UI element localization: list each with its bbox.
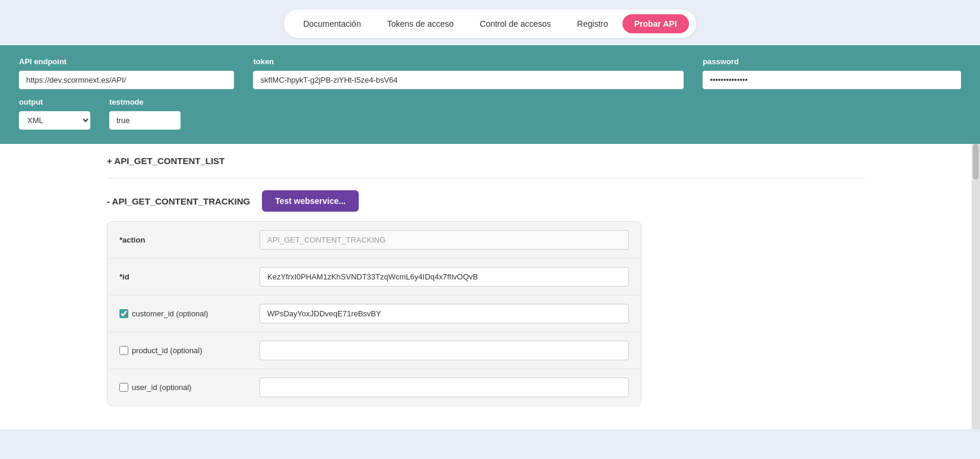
password-input[interactable]: [703, 71, 961, 89]
token-label: token: [253, 57, 684, 66]
section-list-title[interactable]: + API_GET_CONTENT_LIST: [107, 156, 865, 166]
scrollbar-thumb[interactable]: [973, 144, 979, 180]
main-content: + API_GET_CONTENT_LIST - API_GET_CONTENT…: [0, 144, 980, 429]
token-col: token: [253, 57, 684, 89]
id-input[interactable]: [260, 267, 629, 287]
nav-control[interactable]: Control de accesos: [468, 14, 563, 33]
expanded-header: - API_GET_CONTENT_TRACKING Test webservi…: [107, 190, 865, 212]
section-get-content-tracking: - API_GET_CONTENT_TRACKING Test webservi…: [107, 178, 865, 406]
scrollbar[interactable]: [972, 144, 980, 429]
endpoint-col: API endpoint: [19, 57, 234, 89]
section-get-content-list: + API_GET_CONTENT_LIST: [107, 144, 865, 178]
top-navigation: Documentación Tokens de acceso Control d…: [0, 0, 980, 45]
testmode-label: testmode: [109, 98, 181, 106]
form-row-id: *id: [108, 259, 641, 295]
product-id-checkbox[interactable]: [119, 346, 128, 355]
output-col: output XML JSON: [19, 98, 90, 130]
form-row-product-id: product_id (optional): [108, 332, 641, 369]
customer-id-label: customer_id (optional): [119, 309, 250, 318]
action-label: *action: [119, 235, 250, 244]
form-row-customer-id: customer_id (optional): [108, 295, 641, 332]
nav-tokens[interactable]: Tokens de acceso: [375, 14, 466, 33]
nav-probar-api[interactable]: Probar API: [622, 14, 689, 33]
password-col: password: [703, 57, 961, 89]
api-config-panel: API endpoint token password output XML J…: [0, 45, 980, 144]
token-input[interactable]: [253, 71, 684, 89]
customer-id-checkbox[interactable]: [119, 309, 128, 318]
password-label: password: [703, 57, 961, 66]
user-id-label: user_id (optional): [119, 383, 250, 392]
product-id-input[interactable]: [260, 341, 629, 360]
expanded-title[interactable]: - API_GET_CONTENT_TRACKING: [107, 196, 250, 206]
testmode-input[interactable]: [109, 111, 181, 130]
output-label: output: [19, 98, 90, 106]
action-input[interactable]: [260, 230, 629, 250]
user-id-input[interactable]: [260, 378, 629, 397]
test-webservice-button[interactable]: Test webservice...: [262, 190, 359, 212]
output-select[interactable]: XML JSON: [19, 111, 90, 130]
product-id-label: product_id (optional): [119, 346, 250, 355]
nav-documentacion[interactable]: Documentación: [291, 14, 372, 33]
nav-registro[interactable]: Registro: [565, 14, 620, 33]
nav-container: Documentación Tokens de acceso Control d…: [284, 10, 696, 38]
testmode-col: testmode: [109, 98, 181, 130]
customer-id-input[interactable]: [260, 304, 629, 323]
form-row-user-id: user_id (optional): [108, 369, 641, 405]
endpoint-input[interactable]: [19, 71, 234, 89]
form-row-action: *action: [108, 222, 641, 259]
id-label: *id: [119, 272, 250, 281]
user-id-checkbox[interactable]: [119, 383, 128, 392]
form-table: *action *id customer_id (optional): [107, 221, 641, 406]
endpoint-label: API endpoint: [19, 57, 234, 66]
